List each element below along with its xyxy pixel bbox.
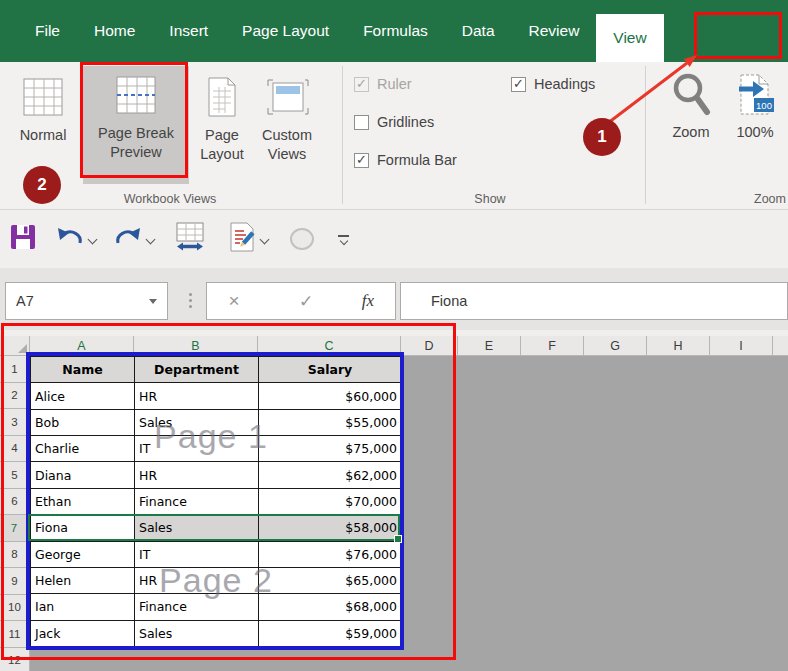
tab-review[interactable]: Review <box>512 0 597 62</box>
redo-button[interactable] <box>114 225 142 253</box>
header-department[interactable]: Department <box>135 357 259 383</box>
cell-a5[interactable]: Diana <box>31 462 135 488</box>
formula-bar-row: A7 × ✓ fx Fiona <box>0 268 788 330</box>
cell-a6[interactable]: Ethan <box>31 488 135 514</box>
row-header-7[interactable]: 7 <box>0 515 30 542</box>
cell-a10[interactable]: Ian <box>31 594 135 620</box>
cancel-icon[interactable]: × <box>219 283 249 319</box>
autofit-column-width-button[interactable] <box>174 222 206 256</box>
row-header-2[interactable]: 2 <box>0 383 30 410</box>
column-header-f[interactable]: F <box>521 336 584 355</box>
cell-a2[interactable]: Alice <box>31 383 135 409</box>
cell-c3[interactable]: $55,000 <box>259 409 402 435</box>
row-header-9[interactable]: 9 <box>0 568 30 595</box>
cell-c9[interactable]: $65,000 <box>259 567 402 593</box>
cell-c5[interactable]: $62,000 <box>259 462 402 488</box>
cell-a9[interactable]: Helen <box>31 567 135 593</box>
page-layout-view-button[interactable]: Page Layout <box>193 68 251 182</box>
zoom-100-button[interactable]: 100 100% <box>726 68 784 140</box>
select-all-corner[interactable] <box>0 336 30 356</box>
tab-file[interactable]: File <box>18 0 77 62</box>
tab-home[interactable]: Home <box>77 0 152 62</box>
formula-bar-separator <box>189 293 192 311</box>
formula-bar-checkbox[interactable]: Formula Bar <box>354 152 457 168</box>
cell-c2[interactable]: $60,000 <box>259 383 402 409</box>
row-header-1[interactable]: 1 <box>0 356 30 383</box>
column-header-i[interactable]: I <box>710 336 773 355</box>
cell-c4[interactable]: $75,000 <box>259 436 402 462</box>
cell-c6[interactable]: $70,000 <box>259 488 402 514</box>
column-header-h[interactable]: H <box>647 336 710 355</box>
oval-shape-button[interactable] <box>290 228 314 250</box>
header-name[interactable]: Name <box>31 357 135 383</box>
formula-bar-checkbox-icon <box>354 153 369 168</box>
column-header-a[interactable]: A <box>30 336 134 355</box>
row-header-8[interactable]: 8 <box>0 542 30 569</box>
zoom-100-icon: 100 <box>733 68 777 124</box>
page-break-preview-button[interactable]: Page Break Preview <box>83 66 189 184</box>
name-box[interactable]: A7 <box>5 282 168 320</box>
ruler-checkbox[interactable]: Ruler <box>354 76 412 92</box>
save-button[interactable] <box>10 224 36 254</box>
custom-views-button[interactable]: Custom Views <box>253 68 321 182</box>
row-header-11[interactable]: 11 <box>0 621 30 648</box>
confirm-icon[interactable]: ✓ <box>291 283 321 319</box>
cell-a4[interactable]: Charlie <box>31 436 135 462</box>
cell-b4[interactable]: IT <box>135 436 259 462</box>
cell-b8[interactable]: IT <box>135 541 259 567</box>
row-header-12[interactable]: 12 <box>0 648 30 671</box>
zoom-button[interactable]: Zoom <box>660 68 722 140</box>
headings-checkbox[interactable]: Headings <box>511 76 595 92</box>
cell-a8[interactable]: George <box>31 541 135 567</box>
row-header-3[interactable]: 3 <box>0 409 30 436</box>
column-header-b[interactable]: B <box>134 336 258 355</box>
undo-dropdown[interactable] <box>89 236 96 243</box>
tab-page-layout[interactable]: Page Layout <box>225 0 346 62</box>
row-header-6[interactable]: 6 <box>0 489 30 516</box>
selected-row: Fiona Sales $58,000 <box>31 515 402 541</box>
cell-c8[interactable]: $76,000 <box>259 541 402 567</box>
tab-insert[interactable]: Insert <box>152 0 225 62</box>
column-header-e[interactable]: E <box>458 336 521 355</box>
cell-b10[interactable]: Finance <box>135 594 259 620</box>
gridlines-checkbox[interactable]: Gridlines <box>354 114 434 130</box>
row-header-4[interactable]: 4 <box>0 436 30 463</box>
tab-view[interactable]: View <box>596 14 663 62</box>
name-box-dropdown-icon[interactable] <box>149 299 157 304</box>
row-header-5[interactable]: 5 <box>0 462 30 489</box>
cell-c11[interactable]: $59,000 <box>259 620 402 646</box>
cell-a3[interactable]: Bob <box>31 409 135 435</box>
tab-data[interactable]: Data <box>445 0 512 62</box>
cell-c10[interactable]: $68,000 <box>259 594 402 620</box>
cell-b5[interactable]: HR <box>135 462 259 488</box>
edit-document-button[interactable] <box>228 222 256 256</box>
cell-b11[interactable]: Sales <box>135 620 259 646</box>
insert-function-icon[interactable]: fx <box>353 283 383 319</box>
table-row: Ethan Finance $70,000 <box>31 488 402 514</box>
cell-b9[interactable]: HR <box>135 567 259 593</box>
undo-button[interactable] <box>56 225 84 253</box>
formula-input[interactable]: Fiona <box>400 282 788 320</box>
cell-b6[interactable]: Finance <box>135 488 259 514</box>
formula-value: Fiona <box>401 293 467 309</box>
cell-b3[interactable]: Sales <box>135 409 259 435</box>
normal-view-label: Normal <box>20 126 67 145</box>
table-row: Diana HR $62,000 <box>31 462 402 488</box>
customize-qat-button[interactable] <box>338 235 349 244</box>
custom-views-label: Custom Views <box>253 126 321 164</box>
cell-b2[interactable]: HR <box>135 383 259 409</box>
normal-view-button[interactable]: Normal <box>8 68 78 182</box>
cell-a11[interactable]: Jack <box>31 620 135 646</box>
column-header-g[interactable]: G <box>584 336 647 355</box>
column-header-c[interactable]: C <box>258 336 401 355</box>
header-salary[interactable]: Salary <box>259 357 402 383</box>
table-row: Charlie IT $75,000 <box>31 436 402 462</box>
cell-b7[interactable]: Sales <box>135 515 259 541</box>
tab-formulas[interactable]: Formulas <box>346 0 445 62</box>
column-header-d[interactable]: D <box>401 336 458 355</box>
active-cell-a7[interactable]: Fiona <box>31 515 135 541</box>
cell-c7[interactable]: $58,000 <box>259 515 402 541</box>
edit-document-dropdown[interactable] <box>261 236 268 243</box>
row-header-10[interactable]: 10 <box>0 595 30 622</box>
redo-dropdown[interactable] <box>147 236 154 243</box>
